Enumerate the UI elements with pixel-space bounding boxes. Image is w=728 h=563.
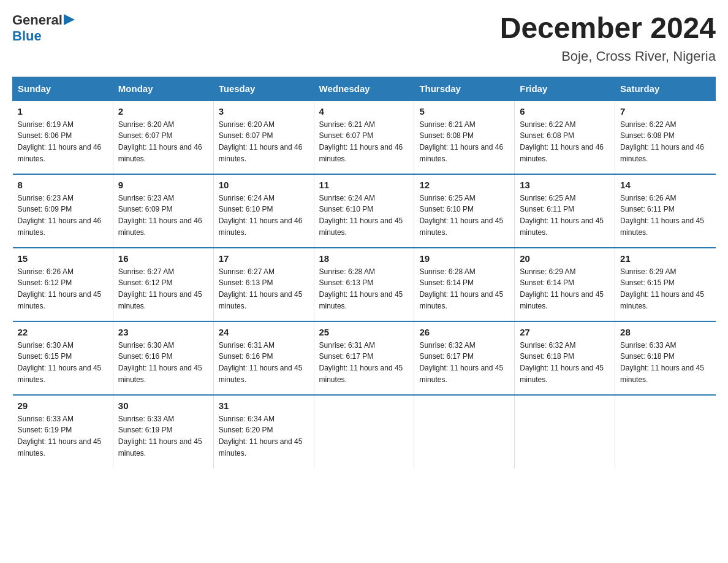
day-info: Sunrise: 6:25 AM Sunset: 6:11 PM Dayligh… xyxy=(520,193,610,238)
calendar-cell: 11 Sunrise: 6:24 AM Sunset: 6:10 PM Dayl… xyxy=(314,174,414,248)
day-info: Sunrise: 6:27 AM Sunset: 6:13 PM Dayligh… xyxy=(219,266,309,312)
day-info: Sunrise: 6:22 AM Sunset: 6:08 PM Dayligh… xyxy=(520,119,610,164)
calendar-cell: 22 Sunrise: 6:30 AM Sunset: 6:15 PM Dayl… xyxy=(13,321,113,395)
day-number: 18 xyxy=(319,253,409,264)
day-of-week-header: Wednesday xyxy=(314,77,414,101)
day-number: 1 xyxy=(18,106,108,117)
calendar-cell: 12 Sunrise: 6:25 AM Sunset: 6:10 PM Dayl… xyxy=(414,174,515,248)
day-of-week-header: Tuesday xyxy=(213,77,314,101)
day-number: 13 xyxy=(520,180,610,190)
day-info: Sunrise: 6:21 AM Sunset: 6:07 PM Dayligh… xyxy=(319,119,409,164)
calendar-cell: 25 Sunrise: 6:31 AM Sunset: 6:17 PM Dayl… xyxy=(314,321,414,395)
day-info: Sunrise: 6:28 AM Sunset: 6:13 PM Dayligh… xyxy=(319,266,409,312)
day-info: Sunrise: 6:31 AM Sunset: 6:17 PM Dayligh… xyxy=(319,340,409,385)
calendar-cell: 13 Sunrise: 6:25 AM Sunset: 6:11 PM Dayl… xyxy=(515,174,615,248)
calendar-week-row: 22 Sunrise: 6:30 AM Sunset: 6:15 PM Dayl… xyxy=(13,321,716,395)
day-number: 23 xyxy=(118,327,208,337)
day-info: Sunrise: 6:27 AM Sunset: 6:12 PM Dayligh… xyxy=(118,266,208,312)
day-of-week-header: Thursday xyxy=(414,77,515,101)
day-number: 2 xyxy=(118,106,208,117)
day-of-week-header: Sunday xyxy=(13,77,113,101)
calendar-cell: 21 Sunrise: 6:29 AM Sunset: 6:15 PM Dayl… xyxy=(615,248,716,321)
calendar-cell: 26 Sunrise: 6:32 AM Sunset: 6:17 PM Dayl… xyxy=(414,321,515,395)
calendar-cell: 5 Sunrise: 6:21 AM Sunset: 6:08 PM Dayli… xyxy=(414,101,515,174)
calendar-cell: 2 Sunrise: 6:20 AM Sunset: 6:07 PM Dayli… xyxy=(113,101,213,174)
calendar-cell xyxy=(615,395,716,469)
day-info: Sunrise: 6:23 AM Sunset: 6:09 PM Dayligh… xyxy=(18,193,108,238)
day-info: Sunrise: 6:24 AM Sunset: 6:10 PM Dayligh… xyxy=(219,193,309,238)
calendar-cell: 7 Sunrise: 6:22 AM Sunset: 6:08 PM Dayli… xyxy=(615,101,716,174)
day-number: 16 xyxy=(118,253,208,264)
day-info: Sunrise: 6:33 AM Sunset: 6:18 PM Dayligh… xyxy=(620,340,710,385)
day-number: 30 xyxy=(118,400,208,411)
day-info: Sunrise: 6:25 AM Sunset: 6:10 PM Dayligh… xyxy=(419,193,509,238)
logo: General Blue xyxy=(12,12,75,44)
day-info: Sunrise: 6:20 AM Sunset: 6:07 PM Dayligh… xyxy=(219,119,309,164)
day-info: Sunrise: 6:31 AM Sunset: 6:16 PM Dayligh… xyxy=(219,340,309,385)
day-info: Sunrise: 6:26 AM Sunset: 6:11 PM Dayligh… xyxy=(620,193,710,238)
day-number: 27 xyxy=(520,327,610,337)
day-number: 24 xyxy=(219,327,309,337)
calendar-week-row: 8 Sunrise: 6:23 AM Sunset: 6:09 PM Dayli… xyxy=(13,174,716,248)
day-number: 17 xyxy=(219,253,309,264)
calendar-cell: 14 Sunrise: 6:26 AM Sunset: 6:11 PM Dayl… xyxy=(615,174,716,248)
day-number: 9 xyxy=(118,180,208,190)
location-title: Boje, Cross River, Nigeria xyxy=(500,48,716,64)
calendar-cell xyxy=(515,395,615,469)
calendar-cell: 3 Sunrise: 6:20 AM Sunset: 6:07 PM Dayli… xyxy=(213,101,314,174)
day-number: 4 xyxy=(319,106,409,117)
calendar-cell: 1 Sunrise: 6:19 AM Sunset: 6:06 PM Dayli… xyxy=(13,101,113,174)
calendar-cell: 8 Sunrise: 6:23 AM Sunset: 6:09 PM Dayli… xyxy=(13,174,113,248)
day-info: Sunrise: 6:20 AM Sunset: 6:07 PM Dayligh… xyxy=(118,119,208,164)
calendar-cell: 29 Sunrise: 6:33 AM Sunset: 6:19 PM Dayl… xyxy=(13,395,113,469)
calendar-cell: 28 Sunrise: 6:33 AM Sunset: 6:18 PM Dayl… xyxy=(615,321,716,395)
day-number: 22 xyxy=(18,327,108,337)
calendar-cell: 4 Sunrise: 6:21 AM Sunset: 6:07 PM Dayli… xyxy=(314,101,414,174)
day-number: 25 xyxy=(319,327,409,337)
day-info: Sunrise: 6:24 AM Sunset: 6:10 PM Dayligh… xyxy=(319,193,409,238)
calendar-cell: 9 Sunrise: 6:23 AM Sunset: 6:09 PM Dayli… xyxy=(113,174,213,248)
day-number: 11 xyxy=(319,180,409,190)
day-of-week-header: Saturday xyxy=(615,77,716,101)
day-info: Sunrise: 6:23 AM Sunset: 6:09 PM Dayligh… xyxy=(118,193,208,238)
calendar-cell: 16 Sunrise: 6:27 AM Sunset: 6:12 PM Dayl… xyxy=(113,248,213,321)
calendar-table: SundayMondayTuesdayWednesdayThursdayFrid… xyxy=(12,77,716,469)
day-number: 3 xyxy=(219,106,309,117)
logo-blue: Blue xyxy=(12,28,42,44)
day-number: 29 xyxy=(18,400,108,411)
calendar-cell: 17 Sunrise: 6:27 AM Sunset: 6:13 PM Dayl… xyxy=(213,248,314,321)
day-number: 19 xyxy=(419,253,509,264)
day-number: 20 xyxy=(520,253,610,264)
day-info: Sunrise: 6:22 AM Sunset: 6:08 PM Dayligh… xyxy=(620,119,710,164)
day-info: Sunrise: 6:21 AM Sunset: 6:08 PM Dayligh… xyxy=(419,119,509,164)
day-info: Sunrise: 6:19 AM Sunset: 6:06 PM Dayligh… xyxy=(18,119,108,164)
day-of-week-header: Monday xyxy=(113,77,213,101)
calendar-cell: 27 Sunrise: 6:32 AM Sunset: 6:18 PM Dayl… xyxy=(515,321,615,395)
day-info: Sunrise: 6:30 AM Sunset: 6:16 PM Dayligh… xyxy=(118,340,208,385)
calendar-cell: 19 Sunrise: 6:28 AM Sunset: 6:14 PM Dayl… xyxy=(414,248,515,321)
day-info: Sunrise: 6:32 AM Sunset: 6:17 PM Dayligh… xyxy=(419,340,509,385)
day-info: Sunrise: 6:33 AM Sunset: 6:19 PM Dayligh… xyxy=(18,413,108,459)
logo-arrow-icon xyxy=(64,14,75,25)
day-number: 21 xyxy=(620,253,710,264)
day-number: 12 xyxy=(419,180,509,190)
calendar-cell: 23 Sunrise: 6:30 AM Sunset: 6:16 PM Dayl… xyxy=(113,321,213,395)
day-number: 10 xyxy=(219,180,309,190)
day-number: 28 xyxy=(620,327,710,337)
day-number: 31 xyxy=(219,400,309,411)
day-info: Sunrise: 6:32 AM Sunset: 6:18 PM Dayligh… xyxy=(520,340,610,385)
day-info: Sunrise: 6:33 AM Sunset: 6:19 PM Dayligh… xyxy=(118,413,208,459)
day-number: 5 xyxy=(419,106,509,117)
calendar-cell: 24 Sunrise: 6:31 AM Sunset: 6:16 PM Dayl… xyxy=(213,321,314,395)
day-number: 8 xyxy=(18,180,108,190)
day-number: 15 xyxy=(18,253,108,264)
calendar-cell: 30 Sunrise: 6:33 AM Sunset: 6:19 PM Dayl… xyxy=(113,395,213,469)
logo-general: General xyxy=(12,12,63,28)
svg-marker-0 xyxy=(64,14,75,25)
day-number: 7 xyxy=(620,106,710,117)
day-info: Sunrise: 6:34 AM Sunset: 6:20 PM Dayligh… xyxy=(219,413,309,459)
day-info: Sunrise: 6:26 AM Sunset: 6:12 PM Dayligh… xyxy=(18,266,108,312)
calendar-cell: 18 Sunrise: 6:28 AM Sunset: 6:13 PM Dayl… xyxy=(314,248,414,321)
day-of-week-header: Friday xyxy=(515,77,615,101)
calendar-cell xyxy=(414,395,515,469)
